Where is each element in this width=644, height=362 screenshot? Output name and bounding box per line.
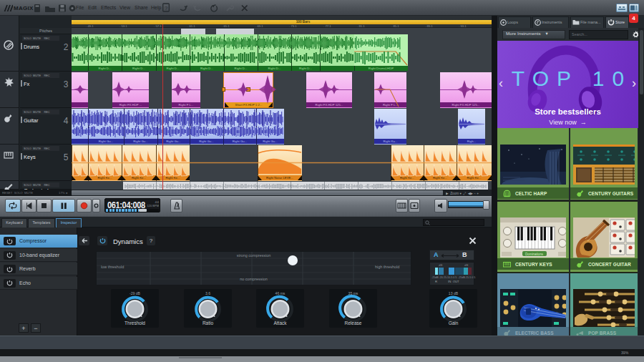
svg-text:Dominations: Dominations bbox=[525, 253, 544, 256]
